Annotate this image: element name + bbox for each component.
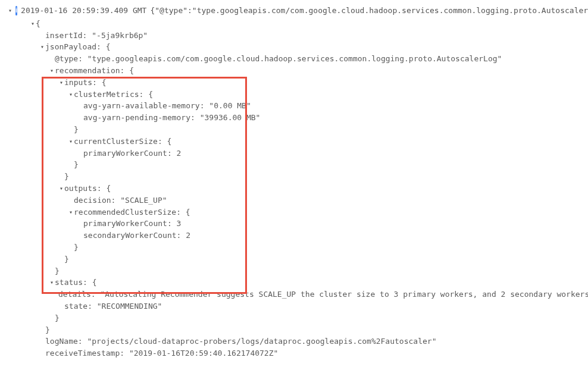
- val-primaryWorkerCount: 2: [177, 148, 182, 159]
- key-clusterMetrics[interactable]: clusterMetrics:: [74, 89, 143, 101]
- expand-caret[interactable]: [58, 183, 64, 195]
- json-tree: { insertId: "-5ja9krb6p" jsonPayload: { …: [8, 18, 580, 359]
- brace-open: {: [167, 136, 172, 148]
- key-details[interactable]: details:: [58, 289, 96, 300]
- brace-close: }: [74, 124, 79, 136]
- key-attype[interactable]: @type:: [55, 53, 83, 65]
- key-avg-avail[interactable]: avg-yarn-available-memory:: [83, 100, 205, 112]
- key-rec-secondary[interactable]: secondaryWorkerCount:: [83, 230, 181, 242]
- brace-close: }: [64, 253, 69, 265]
- brace-close: }: [64, 171, 69, 183]
- key-inputs[interactable]: inputs:: [64, 77, 97, 89]
- log-summary: {"@type":"type.googleapis.com/com.google…: [150, 5, 588, 17]
- val-rec-primary: 3: [177, 218, 182, 230]
- key-primaryWorkerCount[interactable]: primaryWorkerCount:: [83, 148, 172, 159]
- val-avg-avail: "0.00 MB": [209, 100, 251, 112]
- expand-caret[interactable]: [49, 277, 55, 289]
- val-details: "Autoscaling Recommender suggests SCALE_…: [100, 289, 588, 300]
- key-jsonPayload[interactable]: jsonPayload:: [45, 41, 101, 53]
- brace-close: }: [45, 324, 50, 336]
- val-rec-secondary: 2: [186, 230, 190, 242]
- expand-caret[interactable]: [8, 5, 12, 17]
- brace-open: {: [106, 41, 111, 53]
- brace-open: {: [92, 277, 97, 289]
- brace-open: {: [129, 65, 134, 77]
- brace-open: {: [102, 77, 107, 89]
- key-decision[interactable]: decision:: [74, 195, 115, 206]
- info-icon: i: [15, 6, 17, 15]
- brace-close: }: [55, 265, 60, 277]
- key-avg-pend[interactable]: avg-yarn-pending-memory:: [83, 112, 195, 124]
- val-avg-pend: "39936.00 MB": [200, 112, 261, 124]
- expand-caret[interactable]: [58, 77, 64, 89]
- brace-close: }: [74, 159, 79, 171]
- brace-open: {: [36, 18, 40, 30]
- brace-open: {: [148, 89, 153, 101]
- expand-caret[interactable]: [68, 136, 74, 148]
- key-currentClusterSize[interactable]: currentClusterSize:: [74, 136, 162, 148]
- log-header[interactable]: i 2019-01-16 20:59:39.409 GMT {"@type":"…: [8, 5, 580, 17]
- log-timestamp: 2019-01-16 20:59:39.409 GMT: [21, 5, 146, 17]
- key-outputs[interactable]: outputs:: [64, 183, 102, 195]
- val-logName: "projects/cloud-dataproc-probers/logs/da…: [87, 336, 436, 347]
- key-recommendation[interactable]: recommendation:: [55, 65, 124, 77]
- key-rec-primary[interactable]: primaryWorkerCount:: [83, 218, 172, 230]
- expand-caret[interactable]: [68, 206, 74, 218]
- log-entry: i 2019-01-16 20:59:39.409 GMT {"@type":"…: [8, 5, 580, 359]
- val-state: "RECOMMENDING": [97, 300, 162, 312]
- key-insertId[interactable]: insertId:: [45, 30, 87, 42]
- key-state[interactable]: state:: [64, 300, 92, 312]
- expand-caret[interactable]: [39, 41, 45, 53]
- brace-close: }: [55, 312, 60, 324]
- expand-caret[interactable]: [30, 18, 36, 30]
- val-insertId: "-5ja9krb6p": [92, 30, 148, 42]
- val-receiveTimestamp: "2019-01-16T20:59:40.162174072Z": [129, 347, 278, 359]
- brace-close: }: [74, 242, 79, 253]
- key-status[interactable]: status:: [55, 277, 87, 289]
- key-logName[interactable]: logName:: [45, 336, 83, 347]
- expand-caret[interactable]: [49, 65, 55, 77]
- expand-caret[interactable]: [68, 89, 74, 101]
- val-decision: "SCALE_UP": [120, 195, 167, 206]
- brace-open: {: [186, 206, 190, 218]
- val-attype: "type.googleapis.com/com.google.cloud.ha…: [87, 53, 502, 65]
- key-recommendedClusterSize[interactable]: recommendedClusterSize:: [74, 206, 181, 218]
- key-receiveTimestamp[interactable]: receiveTimestamp:: [45, 347, 124, 359]
- brace-open: {: [106, 183, 111, 195]
